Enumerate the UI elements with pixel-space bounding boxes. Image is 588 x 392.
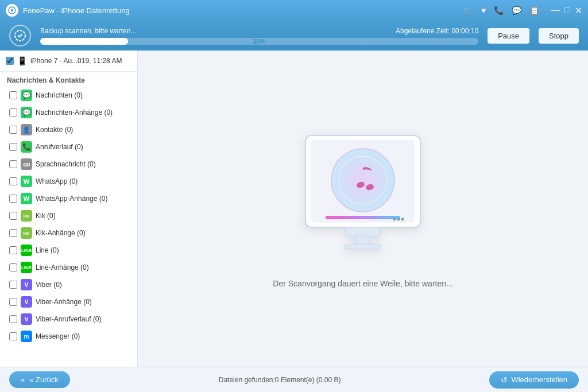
nachrichten-anhaenge-icon: 💬 xyxy=(21,107,32,118)
content-area: Der Scanvorgang dauert eine Weile, bitte… xyxy=(138,51,588,367)
sidebar-item-viber-anrufverlauf[interactable]: V Viber-Anrufverlauf (0) xyxy=(0,311,137,328)
heart-icon[interactable]: ♥ xyxy=(481,6,486,15)
sidebar-item-kik[interactable]: kik Kik (0) xyxy=(0,207,137,224)
check-anrufverlauf[interactable] xyxy=(9,143,17,151)
sidebar-item-line[interactable]: LINE Line (0) xyxy=(0,242,137,259)
app-icon xyxy=(6,4,18,17)
sprachnachricht-icon: oo xyxy=(21,158,32,170)
sidebar-item-line-anhaenge[interactable]: LINE Line-Anhänge (0) xyxy=(0,259,137,276)
device-header: 📱 iPhone 7 - Au...019, 11:28 AM xyxy=(0,51,137,72)
check-kik-anhaenge[interactable] xyxy=(9,229,17,237)
nachrichten-label: Nachrichten (0) xyxy=(36,91,83,99)
clipboard-icon[interactable]: 📋 xyxy=(529,6,539,15)
svg-point-9 xyxy=(393,218,396,220)
check-line-anhaenge[interactable] xyxy=(9,263,17,271)
sidebar-item-kik-anhaenge[interactable]: kik Kik-Anhänge (0) xyxy=(0,224,137,242)
sidebar-item-sprachnachricht[interactable]: oo Sprachnachricht (0) xyxy=(0,156,137,173)
itunes-illustration xyxy=(271,130,455,262)
chat-icon[interactable]: 💬 xyxy=(512,6,521,15)
progress-bar-area: Backup scannen, bitte warten... Abgelauf… xyxy=(0,21,588,51)
sprachnachricht-label: Sprachnachricht (0) xyxy=(36,160,96,168)
messenger-icon: m xyxy=(21,331,32,342)
phone-icon[interactable]: 📞 xyxy=(494,6,504,15)
anrufverlauf-icon: 📞 xyxy=(21,141,32,153)
viber-anhaenge-label: Viber-Anhänge (0) xyxy=(36,298,92,306)
scan-message: Der Scanvorgang dauert eine Weile, bitte… xyxy=(273,279,452,288)
kontakte-label: Kontakte (0) xyxy=(36,126,73,134)
kik-label: Kik (0) xyxy=(36,212,56,220)
check-whatsapp[interactable] xyxy=(9,177,17,185)
viber-anrufverlauf-label: Viber-Anrufverlauf (0) xyxy=(36,315,102,323)
anrufverlauf-label: Anrufverlauf (0) xyxy=(36,143,83,151)
files-found-label: Dateien gefunden:0 Element(e) (0.00 B) xyxy=(219,376,341,384)
sidebar-item-viber[interactable]: V Viber (0) xyxy=(0,276,137,293)
check-nachrichten-anhaenge[interactable] xyxy=(9,108,17,117)
restore-label: Wiederherstellen xyxy=(511,375,567,384)
sidebar-item-nachrichten[interactable]: 💬 Nachrichten (0) xyxy=(0,87,137,104)
back-label: « Zurück xyxy=(29,375,59,384)
check-viber[interactable] xyxy=(9,281,17,289)
svg-point-11 xyxy=(401,218,404,220)
check-kik[interactable] xyxy=(9,212,17,220)
nachrichten-icon: 💬 xyxy=(21,90,32,101)
title-bar: FonePaw - iPhone Datenrettung 🛒 ♥ 📞 💬 📋 … xyxy=(0,0,588,21)
cart-icon[interactable]: 🛒 xyxy=(463,6,473,15)
elapsed-label: Abgelaufene Zeit: 00:00:10 xyxy=(396,27,478,35)
sidebar: 📱 iPhone 7 - Au...019, 11:28 AM Nachrich… xyxy=(0,51,138,367)
kik-icon: kik xyxy=(21,210,32,222)
line-anhaenge-icon: LINE xyxy=(21,262,32,273)
stop-button[interactable]: Stopp xyxy=(539,28,579,44)
viber-anrufverlauf-icon: V xyxy=(21,313,32,325)
scan-icon xyxy=(9,25,31,46)
progress-fill xyxy=(40,38,128,45)
nachrichten-anhaenge-label: Nachrichten-Anhänge (0) xyxy=(36,108,113,117)
check-viber-anrufverlauf[interactable] xyxy=(9,315,17,323)
restore-button[interactable]: ↺ Wiederherstellen xyxy=(489,371,579,389)
kik-anhaenge-label: Kik-Anhänge (0) xyxy=(36,229,86,237)
sidebar-item-whatsapp-anhaenge[interactable]: W WhatsApp-Anhänge (0) xyxy=(0,190,137,207)
check-sprachnachricht[interactable] xyxy=(9,160,17,168)
check-kontakte[interactable] xyxy=(9,126,17,134)
sidebar-item-kontakte[interactable]: 👤 Kontakte (0) xyxy=(0,121,137,138)
check-nachrichten[interactable] xyxy=(9,91,17,99)
line-anhaenge-label: Line-Anhänge (0) xyxy=(36,263,89,271)
bottom-bar: « « Zurück Dateien gefunden:0 Element(e)… xyxy=(0,367,588,392)
sidebar-item-viber-anhaenge[interactable]: V Viber-Anhänge (0) xyxy=(0,293,137,311)
restore-icon: ↺ xyxy=(501,375,508,385)
svg-rect-8 xyxy=(326,216,400,219)
svg-rect-14 xyxy=(345,244,381,249)
line-label: Line (0) xyxy=(36,246,59,254)
svg-point-10 xyxy=(397,218,400,220)
maximize-button[interactable]: □ xyxy=(564,5,570,15)
progress-track: 20% xyxy=(40,38,478,45)
section-header: Nachrichten & Kontakte xyxy=(0,72,137,87)
minimize-button[interactable]: — xyxy=(551,5,560,15)
viber-label: Viber (0) xyxy=(36,281,62,289)
window-controls: — □ ✕ xyxy=(551,5,582,16)
scanning-label: Backup scannen, bitte warten... xyxy=(40,27,136,35)
check-line[interactable] xyxy=(9,246,17,254)
sidebar-item-nachrichten-anhaenge[interactable]: 💬 Nachrichten-Anhänge (0) xyxy=(0,104,137,121)
title-icons: 🛒 ♥ 📞 💬 📋 xyxy=(463,6,539,15)
close-button[interactable]: ✕ xyxy=(575,5,582,16)
pause-button[interactable]: Pause xyxy=(488,28,529,44)
whatsapp-anhaenge-label: WhatsApp-Anhänge (0) xyxy=(36,195,107,203)
kontakte-icon: 👤 xyxy=(21,124,32,135)
sidebar-item-messenger[interactable]: m Messenger (0) xyxy=(0,328,137,345)
device-checkbox[interactable] xyxy=(6,57,14,65)
sidebar-item-whatsapp[interactable]: W WhatsApp (0) xyxy=(0,173,137,190)
back-icon: « xyxy=(21,375,25,384)
check-messenger[interactable] xyxy=(9,332,17,340)
device-label: iPhone 7 - Au...019, 11:28 AM xyxy=(30,57,122,65)
kik-anhaenge-icon: kik xyxy=(21,227,32,239)
whatsapp-anhaenge-icon: W xyxy=(21,193,32,204)
main-area: 📱 iPhone 7 - Au...019, 11:28 AM Nachrich… xyxy=(0,51,588,367)
check-whatsapp-anhaenge[interactable] xyxy=(9,195,17,203)
messenger-label: Messenger (0) xyxy=(36,332,80,340)
svg-rect-12 xyxy=(346,227,380,236)
back-button[interactable]: « « Zurück xyxy=(9,371,70,388)
progress-section: Backup scannen, bitte warten... Abgelauf… xyxy=(40,27,478,45)
whatsapp-label: WhatsApp (0) xyxy=(36,177,78,185)
sidebar-item-anrufverlauf[interactable]: 📞 Anrufverlauf (0) xyxy=(0,138,137,156)
check-viber-anhaenge[interactable] xyxy=(9,298,17,306)
